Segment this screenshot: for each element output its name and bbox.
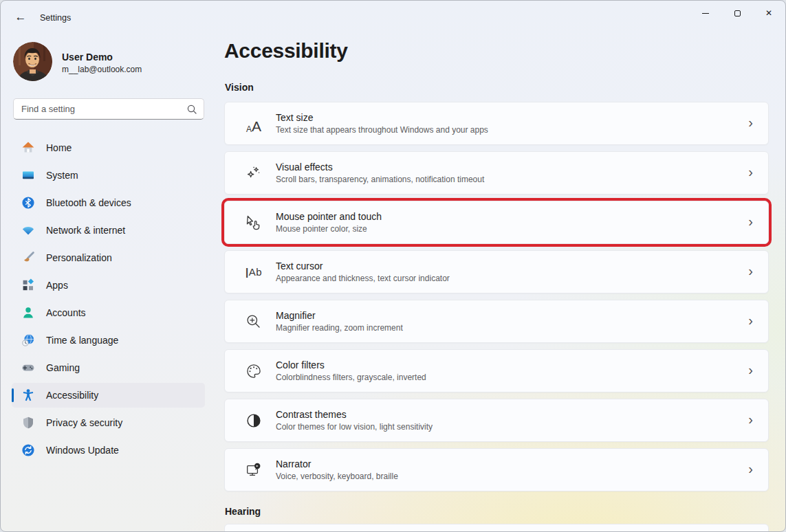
card-subtitle: Colorblindness filters, grayscale, inver…: [276, 373, 748, 382]
windows-update-icon: [21, 443, 35, 457]
sidebar-item-label: Gaming: [46, 362, 80, 373]
selected-accent-bar: [12, 388, 14, 402]
sidebar-item-privacy-security[interactable]: Privacy & security: [12, 410, 205, 435]
main-content: Accessibility Vision AA Text size Text s…: [224, 1, 769, 532]
card-subtitle: Text size that appears throughout Window…: [276, 125, 748, 135]
section-label-hearing: Hearing: [225, 506, 261, 517]
sidebar: Home System Bluetooth & devices Network …: [12, 135, 205, 465]
sidebar-item-label: Network & internet: [46, 225, 125, 236]
card-subtitle: Magnifier reading, zoom increment: [276, 323, 748, 333]
chevron-right-icon: ›: [748, 214, 753, 230]
narrator-icon: [244, 461, 263, 480]
back-button[interactable]: ←: [9, 7, 32, 27]
contrast-themes-icon: [244, 411, 263, 430]
home-icon: [21, 141, 35, 155]
privacy-shield-icon: [21, 416, 35, 430]
chevron-right-icon: ›: [748, 115, 753, 131]
sidebar-item-label: Time & language: [46, 335, 118, 346]
user-email: m__lab@outlook.com: [62, 65, 142, 74]
sidebar-item-label: Windows Update: [46, 445, 119, 456]
mouse-pointer-icon: [244, 213, 263, 232]
network-icon: [21, 223, 35, 237]
card-color-filters[interactable]: Color filters Colorblindness filters, gr…: [224, 349, 769, 392]
system-icon: [21, 168, 35, 182]
time-language-icon: [21, 333, 35, 347]
card-subtitle: Appearance and thickness, text cursor in…: [276, 274, 748, 283]
page-title: Accessibility: [224, 39, 348, 63]
card-contrast-themes[interactable]: Contrast themes Color themes for low vis…: [224, 399, 769, 442]
sidebar-item-accounts[interactable]: Accounts: [12, 300, 205, 325]
card-subtitle: Mouse pointer color, size: [276, 224, 748, 234]
card-title: Contrast themes: [276, 409, 748, 420]
avatar: [13, 42, 52, 81]
sidebar-item-apps[interactable]: Apps: [12, 273, 205, 298]
bluetooth-icon: [21, 196, 35, 210]
card-title: Text cursor: [276, 261, 748, 271]
chevron-right-icon: ›: [748, 462, 753, 478]
vision-cards: AA Text size Text size that appears thro…: [224, 102, 769, 498]
sidebar-item-windows-update[interactable]: Windows Update: [12, 438, 205, 463]
back-arrow-icon: ←: [15, 10, 27, 23]
sidebar-item-label: System: [46, 170, 78, 181]
sidebar-item-label: Accounts: [46, 307, 86, 318]
card-title: Text size: [276, 112, 748, 123]
chevron-right-icon: ›: [748, 165, 753, 181]
search-input[interactable]: [21, 99, 179, 119]
card-narrator[interactable]: Narrator Voice, verbosity, keyboard, bra…: [224, 448, 769, 491]
sidebar-item-label: Personalization: [46, 252, 112, 263]
color-filters-icon: [244, 362, 263, 381]
text-size-icon: AA: [244, 114, 263, 133]
apps-icon: [21, 278, 35, 292]
visual-effects-icon: [244, 164, 263, 183]
sidebar-item-gaming[interactable]: Gaming: [12, 355, 205, 380]
accessibility-icon: [21, 388, 35, 402]
sidebar-item-network-internet[interactable]: Network & internet: [12, 218, 205, 243]
sidebar-item-bluetooth-devices[interactable]: Bluetooth & devices: [12, 190, 205, 215]
card-mouse-pointer-and-touch[interactable]: Mouse pointer and touch Mouse pointer co…: [224, 201, 769, 244]
settings-window: ← Settings ✕: [0, 0, 786, 532]
card-title: Narrator: [276, 458, 748, 469]
chevron-right-icon: ›: [748, 363, 753, 379]
card-title: Mouse pointer and touch: [276, 211, 748, 222]
card-text-cursor[interactable]: |Ab Text cursor Appearance and thickness…: [224, 250, 769, 293]
magnifier-icon: [244, 312, 263, 331]
card-magnifier[interactable]: Magnifier Magnifier reading, zoom increm…: [224, 300, 769, 343]
chevron-right-icon: ›: [748, 264, 753, 280]
card-title: Magnifier: [276, 310, 748, 321]
sidebar-item-label: Bluetooth & devices: [46, 197, 131, 208]
sidebar-item-accessibility[interactable]: Accessibility: [12, 383, 205, 408]
card-title: Color filters: [276, 359, 748, 370]
sidebar-item-label: Privacy & security: [46, 417, 122, 428]
personalization-icon: [21, 251, 35, 265]
sidebar-item-home[interactable]: Home: [12, 135, 205, 160]
sidebar-item-system[interactable]: System: [12, 163, 205, 188]
chevron-right-icon: ›: [748, 313, 753, 329]
app-title: Settings: [40, 13, 71, 23]
user-name: User Demo: [62, 52, 113, 63]
sidebar-item-time-language[interactable]: Time & language: [12, 328, 205, 353]
search-icon: [186, 104, 197, 118]
card-subtitle: Color themes for low vision, light sensi…: [276, 422, 748, 432]
card-partial[interactable]: [224, 524, 769, 532]
sidebar-item-label: Apps: [46, 280, 68, 291]
section-label-vision: Vision: [225, 82, 254, 93]
text-cursor-icon: |Ab: [244, 263, 263, 282]
card-visual-effects[interactable]: Visual effects Scroll bars, transparency…: [224, 151, 769, 195]
card-subtitle: Scroll bars, transparency, animations, n…: [276, 175, 748, 184]
sidebar-item-label: Home: [46, 142, 72, 153]
sidebar-item-label: Accessibility: [46, 390, 98, 401]
search-box: [13, 98, 204, 120]
card-title: Visual effects: [276, 162, 748, 173]
card-subtitle: Voice, verbosity, keyboard, braille: [276, 472, 748, 481]
accounts-icon: [21, 306, 35, 320]
chevron-right-icon: ›: [748, 412, 753, 428]
card-text-size[interactable]: AA Text size Text size that appears thro…: [224, 102, 769, 145]
sidebar-item-personalization[interactable]: Personalization: [12, 245, 205, 270]
gaming-icon: [21, 361, 35, 375]
user-profile[interactable]: User Demo m__lab@outlook.com: [13, 41, 212, 82]
